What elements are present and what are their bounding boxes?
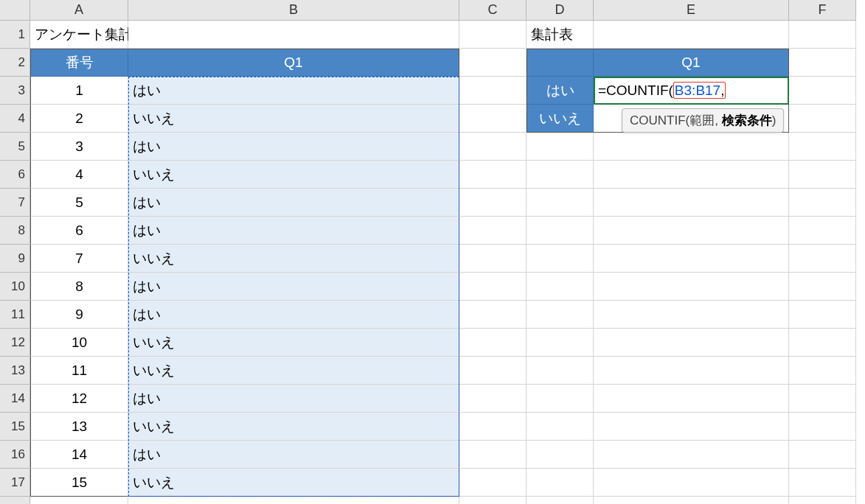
cell-E2[interactable]: Q1 bbox=[594, 49, 789, 77]
cell-A12[interactable]: 10 bbox=[30, 329, 128, 357]
cell-D16[interactable] bbox=[527, 441, 594, 469]
col-header-B[interactable]: B bbox=[128, 0, 459, 21]
cell-A6[interactable]: 4 bbox=[30, 161, 128, 189]
cell-B15[interactable]: いいえ bbox=[128, 413, 459, 441]
row-header[interactable]: 15 bbox=[0, 413, 30, 441]
cell-E15[interactable] bbox=[594, 413, 789, 441]
row-header[interactable]: 4 bbox=[0, 105, 30, 133]
row-header[interactable]: 3 bbox=[0, 77, 30, 105]
cell-E1[interactable] bbox=[594, 21, 789, 49]
cell-F9[interactable] bbox=[789, 245, 856, 273]
cell-E11[interactable] bbox=[594, 301, 789, 329]
row-header[interactable]: 1 bbox=[0, 21, 30, 49]
cell-C17[interactable] bbox=[459, 469, 527, 497]
select-all-corner[interactable] bbox=[0, 0, 30, 21]
cell-E16[interactable] bbox=[594, 441, 789, 469]
cell-C16[interactable] bbox=[459, 441, 527, 469]
row-header[interactable]: 10 bbox=[0, 273, 30, 301]
col-header-A[interactable]: A bbox=[30, 0, 128, 21]
row-header[interactable]: 13 bbox=[0, 357, 30, 385]
cell-E17[interactable] bbox=[594, 469, 789, 497]
col-header-F[interactable]: F bbox=[789, 0, 856, 21]
cell-C9[interactable] bbox=[459, 245, 527, 273]
col-header-D[interactable]: D bbox=[527, 0, 594, 21]
cell-A7[interactable]: 5 bbox=[30, 189, 128, 217]
cell-D5[interactable] bbox=[527, 133, 594, 161]
cell-E7[interactable] bbox=[594, 189, 789, 217]
cell-D1[interactable]: 集計表 bbox=[527, 21, 594, 49]
cell-C5[interactable] bbox=[459, 133, 527, 161]
cell-B1[interactable] bbox=[128, 21, 459, 49]
cell-F11[interactable] bbox=[789, 301, 856, 329]
cell-B5[interactable]: はい bbox=[128, 133, 459, 161]
cell-A5[interactable]: 3 bbox=[30, 133, 128, 161]
cell-F14[interactable] bbox=[789, 385, 856, 413]
cell-F10[interactable] bbox=[789, 273, 856, 301]
cell-D13[interactable] bbox=[527, 357, 594, 385]
cell-C6[interactable] bbox=[459, 161, 527, 189]
cell-A1[interactable]: アンケート集計表 bbox=[30, 21, 128, 49]
row-header[interactable]: 18 bbox=[0, 497, 30, 504]
cell-E5[interactable] bbox=[594, 133, 789, 161]
cell-B14[interactable]: はい bbox=[128, 385, 459, 413]
row-header[interactable]: 12 bbox=[0, 329, 30, 357]
cell-F15[interactable] bbox=[789, 413, 856, 441]
row-header[interactable]: 11 bbox=[0, 301, 30, 329]
cell-A15[interactable]: 13 bbox=[30, 413, 128, 441]
cell-D9[interactable] bbox=[527, 245, 594, 273]
cell-A3[interactable]: 1 bbox=[30, 77, 128, 105]
cell-A18[interactable] bbox=[30, 497, 128, 504]
col-header-C[interactable]: C bbox=[459, 0, 527, 21]
cell-D7[interactable] bbox=[527, 189, 594, 217]
cell-B4[interactable]: いいえ bbox=[128, 105, 459, 133]
row-header[interactable]: 16 bbox=[0, 441, 30, 469]
cell-B6[interactable]: いいえ bbox=[128, 161, 459, 189]
cell-F4[interactable] bbox=[789, 105, 856, 133]
cell-D11[interactable] bbox=[527, 301, 594, 329]
cell-C10[interactable] bbox=[459, 273, 527, 301]
cell-B16[interactable]: はい bbox=[128, 441, 459, 469]
cell-B9[interactable]: いいえ bbox=[128, 245, 459, 273]
cell-F1[interactable] bbox=[789, 21, 856, 49]
cell-A17[interactable]: 15 bbox=[30, 469, 128, 497]
cell-E12[interactable] bbox=[594, 329, 789, 357]
cell-F3[interactable] bbox=[789, 77, 856, 105]
cell-A16[interactable]: 14 bbox=[30, 441, 128, 469]
col-header-E[interactable]: E bbox=[594, 0, 789, 21]
cell-F2[interactable] bbox=[789, 49, 856, 77]
cell-C4[interactable] bbox=[459, 105, 527, 133]
row-header[interactable]: 2 bbox=[0, 49, 30, 77]
cell-B7[interactable]: はい bbox=[128, 189, 459, 217]
cell-D14[interactable] bbox=[527, 385, 594, 413]
row-header[interactable]: 9 bbox=[0, 245, 30, 273]
cell-F16[interactable] bbox=[789, 441, 856, 469]
cell-D10[interactable] bbox=[527, 273, 594, 301]
row-header[interactable]: 14 bbox=[0, 385, 30, 413]
cell-D8[interactable] bbox=[527, 217, 594, 245]
cell-A8[interactable]: 6 bbox=[30, 217, 128, 245]
cell-D3[interactable]: はい bbox=[527, 77, 594, 105]
cell-A14[interactable]: 12 bbox=[30, 385, 128, 413]
cell-D4[interactable]: いいえ bbox=[527, 105, 594, 133]
cell-D18[interactable] bbox=[527, 497, 594, 504]
cell-D15[interactable] bbox=[527, 413, 594, 441]
cell-F6[interactable] bbox=[789, 161, 856, 189]
cell-C11[interactable] bbox=[459, 301, 527, 329]
cell-C13[interactable] bbox=[459, 357, 527, 385]
row-header[interactable]: 7 bbox=[0, 189, 30, 217]
row-header[interactable]: 8 bbox=[0, 217, 30, 245]
cell-C7[interactable] bbox=[459, 189, 527, 217]
cell-C3[interactable] bbox=[459, 77, 527, 105]
cell-A2[interactable]: 番号 bbox=[30, 49, 128, 77]
cell-B3[interactable]: はい bbox=[128, 77, 459, 105]
cell-A10[interactable]: 8 bbox=[30, 273, 128, 301]
cell-F13[interactable] bbox=[789, 357, 856, 385]
cell-A9[interactable]: 7 bbox=[30, 245, 128, 273]
cell-F17[interactable] bbox=[789, 469, 856, 497]
cell-E9[interactable] bbox=[594, 245, 789, 273]
cell-E8[interactable] bbox=[594, 217, 789, 245]
cell-F8[interactable] bbox=[789, 217, 856, 245]
cell-F18[interactable] bbox=[789, 497, 856, 504]
cell-E14[interactable] bbox=[594, 385, 789, 413]
cell-C8[interactable] bbox=[459, 217, 527, 245]
